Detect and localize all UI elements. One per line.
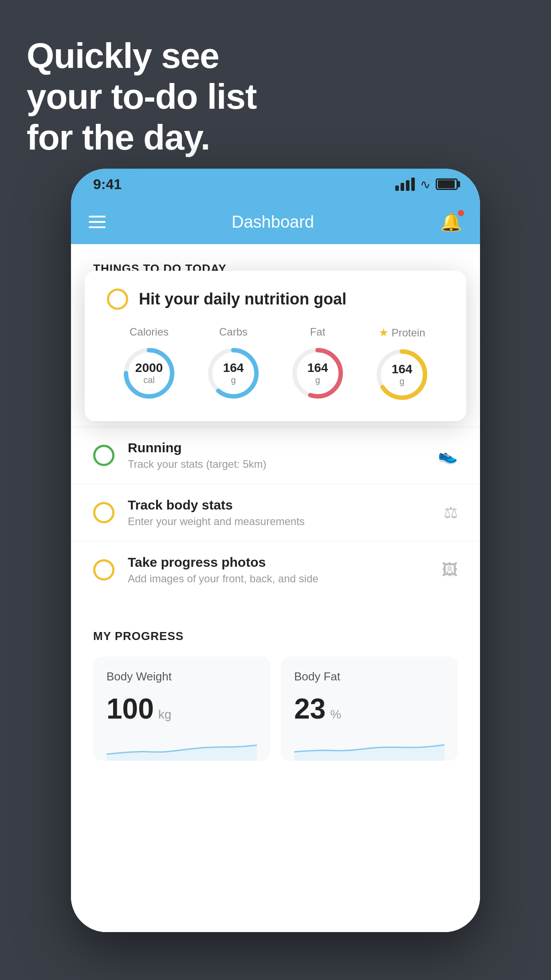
body-fat-title: Body Fat — [294, 670, 445, 684]
app-header: Dashboard 🔔 — [71, 200, 480, 244]
phone-frame: 9:41 ∿ Dashboard 🔔 THINGS TO DO TODA — [71, 169, 480, 932]
battery-icon — [436, 178, 458, 190]
running-icon: 👟 — [438, 446, 458, 465]
fat-value: 164 — [307, 361, 328, 375]
running-circle — [93, 445, 114, 466]
nutrition-card[interactable]: Hit your daily nutrition goal Calories 2… — [85, 271, 466, 421]
body-weight-title: Body Weight — [106, 670, 257, 684]
body-stats-circle — [93, 502, 114, 523]
fat-unit: g — [315, 375, 320, 385]
notification-button[interactable]: 🔔 — [440, 212, 462, 233]
star-icon: ★ — [378, 326, 389, 340]
phone-content: THINGS TO DO TODAY Hit your daily nutrit… — [71, 244, 480, 932]
photos-circle — [93, 559, 114, 581]
nutrition-grid: Calories 2000 cal Carbs — [107, 326, 444, 403]
running-title: Running — [128, 440, 425, 455]
calories-unit: cal — [143, 375, 155, 385]
nutrition-radio[interactable] — [107, 288, 128, 310]
body-stats-title: Track body stats — [128, 498, 430, 513]
body-fat-sparkline — [294, 734, 445, 761]
nutrition-card-title: Hit your daily nutrition goal — [139, 290, 346, 308]
protein-value: 164 — [392, 363, 413, 376]
nutrition-carbs: Carbs 164 g — [205, 326, 262, 403]
body-weight-value-row: 100 kg — [106, 692, 257, 725]
nutrition-fat: Fat 164 g — [289, 326, 346, 403]
calories-value: 2000 — [135, 361, 163, 375]
body-fat-value: 23 — [294, 692, 326, 725]
signal-icon — [395, 178, 415, 191]
body-stats-subtitle: Enter your weight and measurements — [128, 515, 430, 528]
status-icons: ∿ — [395, 177, 458, 192]
body-fat-unit: % — [330, 707, 341, 722]
body-weight-unit: kg — [158, 707, 172, 722]
calories-donut: 2000 cal — [120, 344, 178, 402]
carbs-donut: 164 g — [205, 344, 262, 402]
fat-label: Fat — [310, 326, 326, 338]
status-bar: 9:41 ∿ — [71, 169, 480, 200]
todo-body-stats[interactable]: Track body stats Enter your weight and m… — [71, 484, 480, 541]
wifi-icon: ∿ — [420, 177, 430, 192]
fat-donut: 164 g — [289, 344, 346, 402]
status-time: 9:41 — [93, 176, 122, 193]
todo-list: Running Track your stats (target: 5km) 👟… — [71, 427, 480, 598]
photos-subtitle: Add images of your front, back, and side — [128, 573, 429, 585]
progress-section: MY PROGRESS Body Weight 100 kg B — [71, 607, 480, 774]
running-text: Running Track your stats (target: 5km) — [128, 440, 425, 470]
protein-label: ★ Protein — [378, 326, 425, 340]
scale-icon: ⚖ — [444, 503, 458, 522]
photos-text: Take progress photos Add images of your … — [128, 555, 429, 585]
menu-button[interactable] — [89, 216, 106, 228]
todo-running[interactable]: Running Track your stats (target: 5km) 👟 — [71, 427, 480, 484]
running-subtitle: Track your stats (target: 5km) — [128, 458, 425, 470]
header-title: Dashboard — [232, 213, 314, 232]
protein-unit: g — [399, 376, 404, 386]
headline: Quickly see your to-do list for the day. — [27, 36, 256, 158]
photos-title: Take progress photos — [128, 555, 429, 570]
body-weight-sparkline — [106, 734, 257, 761]
body-weight-value: 100 — [106, 692, 154, 725]
carbs-label: Carbs — [219, 326, 248, 338]
nutrition-calories: Calories 2000 cal — [120, 326, 178, 403]
body-fat-value-row: 23 % — [294, 692, 445, 725]
photo-icon: 🖼 — [442, 561, 458, 579]
protein-donut: 164 g — [373, 346, 431, 403]
progress-cards: Body Weight 100 kg Body Fat 23 % — [93, 656, 458, 761]
body-fat-card[interactable]: Body Fat 23 % — [281, 656, 458, 761]
nutrition-protein: ★ Protein 164 g — [373, 326, 431, 403]
calories-label: Calories — [130, 326, 169, 338]
notification-dot — [458, 210, 464, 216]
carbs-value: 164 — [223, 361, 244, 375]
todo-photos[interactable]: Take progress photos Add images of your … — [71, 541, 480, 598]
body-stats-text: Track body stats Enter your weight and m… — [128, 498, 430, 528]
carbs-unit: g — [231, 375, 236, 385]
progress-header: MY PROGRESS — [93, 629, 458, 643]
body-weight-card[interactable]: Body Weight 100 kg — [93, 656, 270, 761]
